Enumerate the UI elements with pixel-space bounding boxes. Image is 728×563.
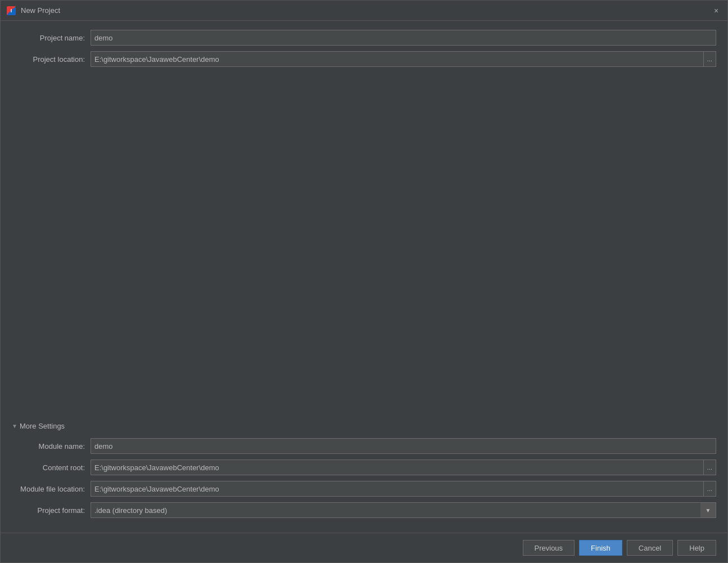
app-icon: I bbox=[6, 6, 16, 16]
cancel-button[interactable]: Cancel bbox=[627, 540, 673, 556]
module-name-label: Module name: bbox=[12, 442, 91, 451]
empty-space bbox=[12, 73, 716, 418]
module-name-input[interactable] bbox=[91, 438, 716, 454]
project-location-label: Project location: bbox=[12, 55, 91, 64]
project-name-input[interactable] bbox=[91, 30, 716, 46]
module-name-row: Module name: bbox=[12, 438, 716, 454]
footer: Previous Finish Cancel Help bbox=[1, 533, 727, 562]
project-format-select[interactable]: .idea (directory based) bbox=[91, 502, 716, 518]
project-format-row: Project format: .idea (directory based) … bbox=[12, 502, 716, 518]
previous-button[interactable]: Previous bbox=[523, 540, 575, 556]
project-location-row: Project location: ... bbox=[12, 51, 716, 67]
expand-triangle-icon: ▼ bbox=[12, 423, 17, 429]
content-root-row: Content root: ... bbox=[12, 460, 716, 475]
module-file-location-input-group: ... bbox=[91, 481, 716, 497]
content-root-browse-button[interactable]: ... bbox=[704, 460, 716, 475]
project-name-label: Project name: bbox=[12, 34, 91, 42]
content-root-input-group: ... bbox=[91, 460, 716, 475]
more-settings-form: Module name: Content root: ... bbox=[12, 438, 716, 518]
module-file-location-row: Module file location: ... bbox=[12, 481, 716, 497]
content-root-input[interactable] bbox=[91, 460, 704, 475]
more-settings-toggle[interactable]: ▼ More Settings bbox=[12, 418, 716, 434]
project-location-input[interactable] bbox=[91, 51, 704, 67]
project-location-browse-button[interactable]: ... bbox=[704, 51, 716, 67]
module-file-location-label: Module file location: bbox=[12, 485, 91, 493]
module-file-location-input[interactable] bbox=[91, 481, 704, 497]
more-settings-section: ▼ More Settings Module name: Content roo… bbox=[12, 418, 716, 524]
project-location-input-group: ... bbox=[91, 51, 716, 67]
content-root-label: Content root: bbox=[12, 463, 91, 472]
help-button[interactable]: Help bbox=[677, 540, 716, 556]
more-settings-label: More Settings bbox=[20, 422, 65, 430]
new-project-dialog: I New Project × Project name: Project lo… bbox=[0, 0, 728, 563]
project-format-label: Project format: bbox=[12, 506, 91, 515]
module-file-location-browse-button[interactable]: ... bbox=[704, 481, 716, 497]
title-bar: I New Project × bbox=[1, 1, 727, 21]
finish-button[interactable]: Finish bbox=[579, 540, 622, 556]
project-format-select-wrapper: .idea (directory based) ▼ bbox=[91, 502, 716, 518]
project-name-row: Project name: bbox=[12, 30, 716, 46]
content-area: Project name: Project location: ... ▼ Mo… bbox=[1, 21, 727, 533]
dialog-title: New Project bbox=[21, 6, 706, 15]
close-button[interactable]: × bbox=[711, 5, 722, 16]
